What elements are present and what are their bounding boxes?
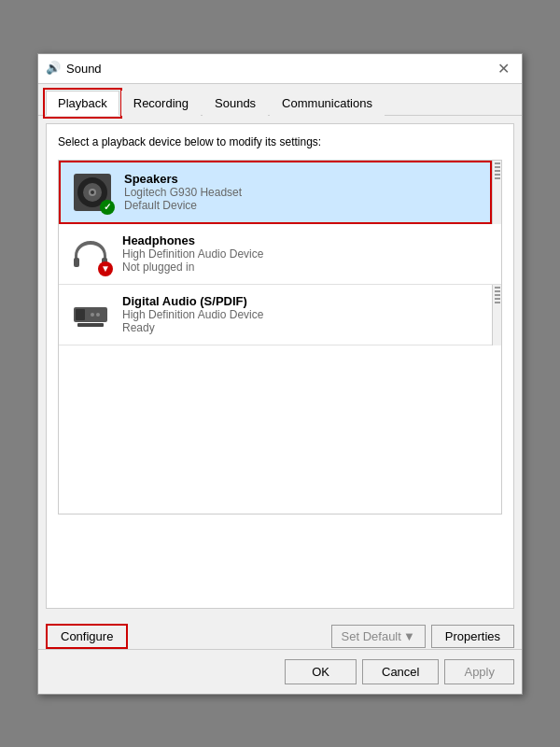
cancel-button[interactable]: Cancel [362, 659, 439, 684]
dropdown-arrow-icon: ▼ [403, 629, 415, 643]
tab-bar: Playback Recording Sounds Communications [38, 84, 522, 116]
svg-rect-13 [77, 323, 104, 327]
check-badge: ✓ [100, 200, 115, 215]
sound-icon: 🔊 [46, 61, 61, 76]
tab-communications[interactable]: Communications [270, 91, 385, 116]
configure-button[interactable]: Configure [46, 624, 128, 649]
set-default-label: Set Default [342, 629, 401, 643]
headphones-sub1: High Definition Audio Device [122, 247, 492, 261]
digital-audio-sub2: Ready [122, 321, 483, 334]
svg-point-12 [96, 313, 100, 317]
scrollbar-speakers [492, 161, 501, 224]
device-item-wrapper-digital: Digital Audio (S/PDIF) High Definition A… [59, 285, 501, 345]
svg-rect-10 [76, 309, 85, 320]
instruction-text: Select a playback device below to modify… [58, 135, 502, 148]
down-badge: ▼ [98, 261, 113, 276]
device-item-wrapper-headphones: ▼ Headphones High Definition Audio Devic… [59, 224, 501, 285]
bottom-buttons: Configure Set Default ▼ Properties [38, 616, 522, 649]
headphones-info: Headphones High Definition Audio Device … [122, 233, 492, 274]
title-bar: 🔊 Sound ✕ [38, 54, 522, 84]
headphones-sub2: Not plugged in [122, 261, 492, 274]
headphones-name: Headphones [122, 233, 492, 247]
speakers-name: Speakers [124, 172, 481, 186]
speakers-icon: ✓ [70, 170, 115, 215]
device-item-headphones[interactable]: ▼ Headphones High Definition Audio Devic… [59, 224, 501, 285]
close-button[interactable]: ✕ [492, 57, 514, 79]
properties-button[interactable]: Properties [431, 625, 514, 648]
dialog-buttons: OK Cancel Apply [38, 649, 522, 694]
headphones-icon: ▼ [68, 232, 113, 276]
device-item-digital[interactable]: Digital Audio (S/PDIF) High Definition A… [59, 285, 492, 345]
speakers-sub2: Default Device [124, 199, 481, 212]
digital-audio-sub1: High Definition Audio Device [122, 308, 483, 321]
digital-audio-name: Digital Audio (S/PDIF) [122, 294, 483, 308]
content-area: Select a playback device below to modify… [46, 123, 514, 609]
tab-sounds[interactable]: Sounds [203, 91, 268, 116]
sound-dialog: 🔊 Sound ✕ Playback Recording Sounds Comm… [37, 53, 523, 695]
ok-button[interactable]: OK [285, 659, 357, 684]
digital-audio-icon [68, 292, 113, 337]
tab-playback[interactable]: Playback [46, 91, 119, 116]
svg-point-11 [91, 313, 94, 317]
scrollbar-digital [492, 285, 501, 345]
speakers-sub1: Logitech G930 Headset [124, 186, 481, 199]
device-list: ✓ Speakers Logitech G930 Headset Default… [58, 160, 502, 514]
speakers-info: Speakers Logitech G930 Headset Default D… [124, 172, 481, 212]
title-bar-left: 🔊 Sound [46, 61, 102, 76]
digital-audio-info: Digital Audio (S/PDIF) High Definition A… [122, 294, 483, 334]
set-default-button[interactable]: Set Default ▼ [331, 625, 426, 648]
tab-recording[interactable]: Recording [121, 91, 201, 116]
device-item-speakers[interactable]: ✓ Speakers Logitech G930 Headset Default… [59, 161, 492, 224]
device-item-wrapper-speakers: ✓ Speakers Logitech G930 Headset Default… [59, 161, 501, 224]
svg-rect-7 [74, 258, 79, 267]
svg-point-6 [91, 190, 94, 194]
apply-button[interactable]: Apply [444, 659, 514, 684]
window-title: Sound [66, 62, 102, 76]
